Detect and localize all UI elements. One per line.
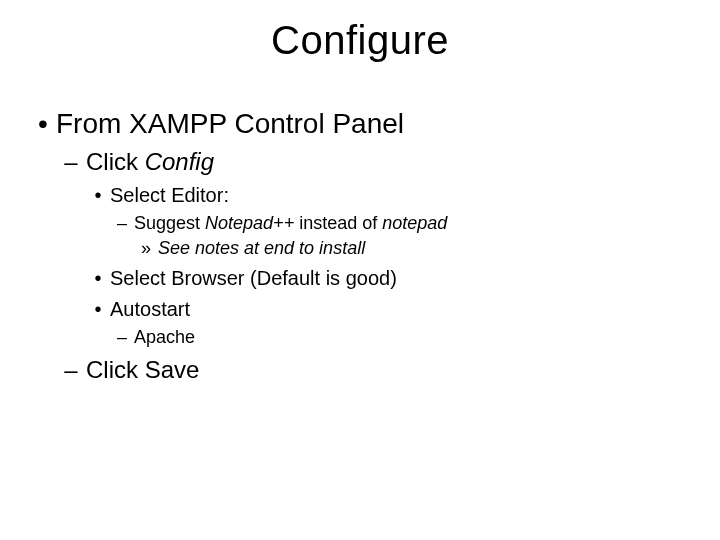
dash-icon: – xyxy=(56,148,86,176)
text: Click Save xyxy=(86,356,199,384)
bullet-lvl2: – Click Save xyxy=(30,356,690,384)
disc-icon: • xyxy=(86,267,110,290)
bullet-lvl5: » See notes at end to install xyxy=(30,238,690,259)
text-emphasis: notepad xyxy=(382,213,447,233)
disc-icon: • xyxy=(30,108,56,140)
text-part: Suggest xyxy=(134,213,205,233)
bullet-lvl2: – Click Config xyxy=(30,148,690,176)
text: Suggest Notepad++ instead of notepad xyxy=(134,213,447,234)
bullet-lvl1: • From XAMPP Control Panel xyxy=(30,108,690,140)
text: Click Config xyxy=(86,148,214,176)
text: Select Browser (Default is good) xyxy=(110,267,397,290)
text-part: Click xyxy=(86,148,145,175)
bullet-lvl4: – Suggest Notepad++ instead of notepad xyxy=(30,213,690,234)
slide: Configure • From XAMPP Control Panel – C… xyxy=(0,0,720,540)
text-part: instead of xyxy=(299,213,382,233)
slide-title: Configure xyxy=(0,18,720,63)
bullet-lvl3: • Autostart xyxy=(30,298,690,321)
text-emphasis: Notepad++ xyxy=(205,213,299,233)
dash-icon: – xyxy=(56,356,86,384)
bullet-lvl3: • Select Editor: xyxy=(30,184,690,207)
text: Apache xyxy=(134,327,195,348)
text-emphasis: Config xyxy=(145,148,214,175)
slide-body: • From XAMPP Control Panel – Click Confi… xyxy=(30,102,690,384)
bullet-lvl4: – Apache xyxy=(30,327,690,348)
disc-icon: • xyxy=(86,184,110,207)
disc-icon: • xyxy=(86,298,110,321)
text: From XAMPP Control Panel xyxy=(56,108,404,140)
dash-icon: – xyxy=(110,213,134,234)
text: Autostart xyxy=(110,298,190,321)
bullet-lvl3: • Select Browser (Default is good) xyxy=(30,267,690,290)
text-emphasis: See notes at end to install xyxy=(158,238,365,259)
text: Select Editor: xyxy=(110,184,229,207)
dash-icon: – xyxy=(110,327,134,348)
raquo-icon: » xyxy=(134,238,158,259)
